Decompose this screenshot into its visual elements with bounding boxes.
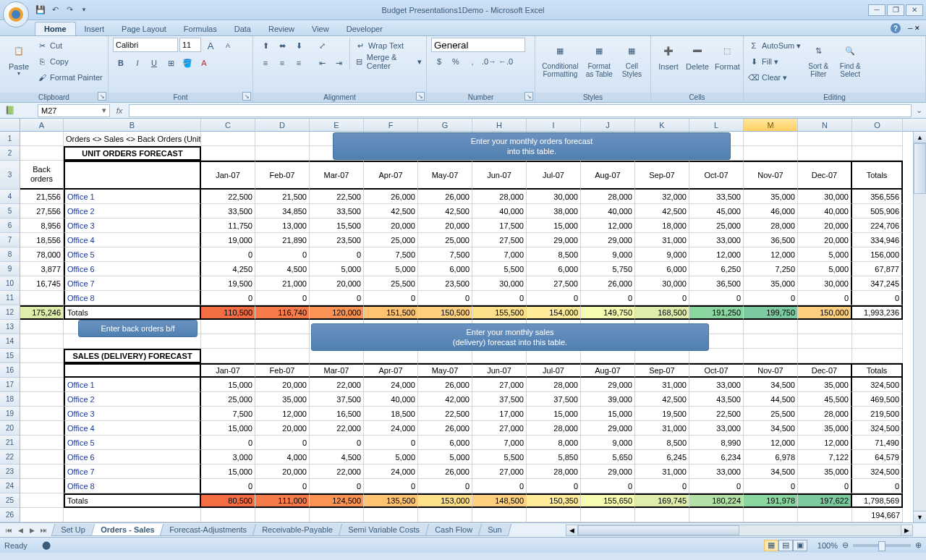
- number-format-input[interactable]: [431, 38, 525, 52]
- cell[interactable]: 33,000: [689, 421, 744, 436]
- cell[interactable]: 20,000: [255, 464, 310, 479]
- cell[interactable]: 17,000: [472, 407, 527, 421]
- cell[interactable]: 25,000: [689, 219, 744, 233]
- zoom-slider[interactable]: [853, 544, 911, 547]
- cell[interactable]: 34,850: [255, 204, 310, 219]
- cell[interactable]: Office 2: [64, 204, 201, 219]
- bold-button[interactable]: B: [113, 55, 129, 71]
- cell[interactable]: 4,500: [310, 450, 364, 464]
- sheet-tab[interactable]: Semi Variable Costs: [339, 524, 429, 536]
- cell[interactable]: 26,000: [418, 421, 472, 436]
- cell[interactable]: 32,000: [635, 190, 689, 204]
- cell[interactable]: [744, 132, 798, 146]
- cell[interactable]: 5,000: [310, 262, 364, 276]
- italic-button[interactable]: I: [129, 55, 145, 71]
- cell[interactable]: Dec-07: [798, 161, 852, 190]
- cell[interactable]: Nov-07: [744, 363, 798, 378]
- cell[interactable]: Mar-07: [310, 161, 364, 190]
- cell[interactable]: 31,000: [635, 421, 689, 436]
- col-header-m[interactable]: M: [744, 119, 798, 131]
- border-button[interactable]: ⊞: [163, 55, 179, 71]
- cell[interactable]: Office 4: [64, 421, 201, 436]
- cell[interactable]: 19,500: [201, 276, 255, 291]
- fill-color-button[interactable]: 🪣: [179, 55, 195, 71]
- cell[interactable]: 0: [852, 479, 903, 493]
- cell[interactable]: [201, 349, 255, 363]
- cell[interactable]: 7,000: [472, 247, 527, 262]
- cell[interactable]: 26,000: [418, 378, 472, 392]
- cell[interactable]: 12,000: [744, 247, 798, 262]
- comma-button[interactable]: ,: [464, 54, 480, 69]
- cell[interactable]: [20, 363, 64, 378]
- cell[interactable]: [472, 508, 527, 522]
- col-header-k[interactable]: K: [635, 119, 689, 131]
- row-header-11[interactable]: 11: [0, 291, 20, 305]
- office-button[interactable]: [3, 1, 29, 27]
- row-header-6[interactable]: 6: [0, 219, 20, 233]
- cell[interactable]: [472, 349, 527, 363]
- cell[interactable]: [798, 349, 852, 363]
- cell[interactable]: 9,000: [581, 247, 635, 262]
- cell[interactable]: UNIT ORDERS FORECAST: [64, 146, 201, 161]
- cell[interactable]: 0: [310, 479, 364, 493]
- cell[interactable]: Aug-07: [581, 363, 635, 378]
- format-table-button[interactable]: ▦Format as Table: [584, 38, 615, 80]
- cell[interactable]: 15,000: [527, 219, 581, 233]
- cell[interactable]: 24,000: [364, 421, 418, 436]
- cell[interactable]: 21,556: [20, 190, 64, 204]
- sheet-tab[interactable]: Orders - Sales: [90, 524, 163, 536]
- align-middle-button[interactable]: ⬌: [274, 38, 290, 54]
- tab-formulas[interactable]: Formulas: [175, 22, 226, 35]
- cell[interactable]: 20,000: [798, 233, 852, 247]
- cell[interactable]: 11,750: [201, 219, 255, 233]
- cell[interactable]: 0: [364, 479, 418, 493]
- wrap-text-button[interactable]: ↵Wrap Text: [354, 38, 422, 54]
- cell[interactable]: 0: [689, 291, 744, 305]
- cell[interactable]: 1,993,236: [852, 305, 903, 320]
- cell[interactable]: Jan-07: [201, 363, 255, 378]
- cell[interactable]: 12,000: [581, 219, 635, 233]
- cell[interactable]: [852, 132, 903, 146]
- cell[interactable]: 0: [852, 291, 903, 305]
- cell[interactable]: [64, 363, 201, 378]
- row-header-3[interactable]: 3: [0, 161, 20, 190]
- cell[interactable]: 0: [364, 436, 418, 450]
- cell[interactable]: 9,000: [635, 247, 689, 262]
- col-header-i[interactable]: I: [527, 119, 581, 131]
- cell[interactable]: 64,579: [852, 450, 903, 464]
- cell[interactable]: 7,500: [418, 247, 472, 262]
- cell[interactable]: 5,000: [418, 450, 472, 464]
- cell[interactable]: 39,000: [581, 392, 635, 407]
- cell[interactable]: Office 6: [64, 450, 201, 464]
- cell[interactable]: 15,000: [201, 378, 255, 392]
- decrease-decimal-button[interactable]: ←.0: [498, 54, 514, 69]
- cell[interactable]: 505,906: [852, 204, 903, 219]
- font-color-button[interactable]: A: [196, 55, 212, 71]
- cell[interactable]: 12,000: [689, 247, 744, 262]
- cell[interactable]: 153,000: [418, 493, 472, 508]
- cell[interactable]: 30,000: [635, 276, 689, 291]
- prev-sheet-button[interactable]: ◀: [14, 525, 26, 536]
- cell[interactable]: 8,500: [635, 436, 689, 450]
- autosum-button[interactable]: ΣAutoSum ▾: [748, 38, 801, 54]
- cell[interactable]: 27,000: [472, 464, 527, 479]
- cell[interactable]: 20,000: [255, 378, 310, 392]
- page-layout-view-button[interactable]: ▤: [778, 540, 793, 551]
- row-header-18[interactable]: 18: [0, 392, 20, 407]
- cell[interactable]: Mar-07: [310, 363, 364, 378]
- cell[interactable]: 324,500: [852, 464, 903, 479]
- cell[interactable]: 37,500: [472, 392, 527, 407]
- scroll-thumb-vertical[interactable]: [914, 143, 926, 194]
- sheet-tab[interactable]: Forecast-Adjustments: [160, 524, 257, 536]
- cell[interactable]: [20, 407, 64, 421]
- cell[interactable]: Office 1: [64, 190, 201, 204]
- cell[interactable]: 28,000: [744, 219, 798, 233]
- zoom-out-button[interactable]: ⊖: [842, 540, 849, 550]
- cell[interactable]: Office 7: [64, 276, 201, 291]
- cell[interactable]: 0: [527, 479, 581, 493]
- cell[interactable]: 5,650: [581, 450, 635, 464]
- cell[interactable]: Jan-07: [201, 161, 255, 190]
- cell[interactable]: 16,745: [20, 276, 64, 291]
- cell[interactable]: Sep-07: [635, 161, 689, 190]
- cell[interactable]: Office 6: [64, 262, 201, 276]
